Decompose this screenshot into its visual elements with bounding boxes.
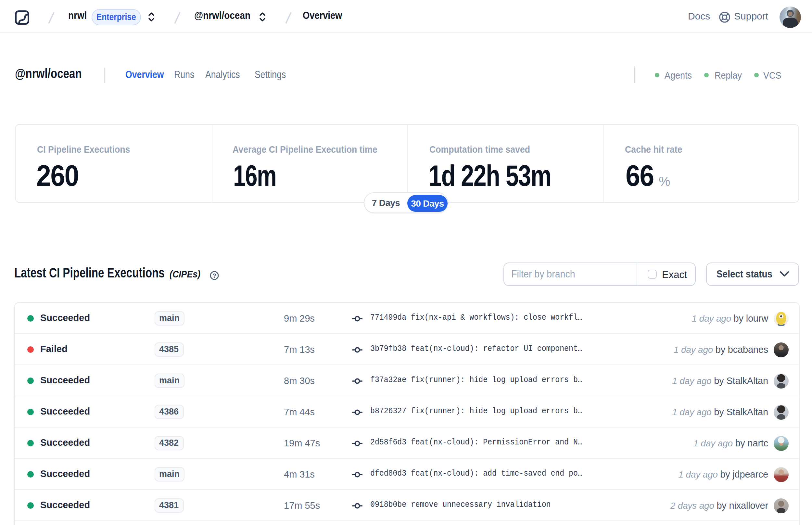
svg-text:?: ? bbox=[212, 272, 216, 279]
